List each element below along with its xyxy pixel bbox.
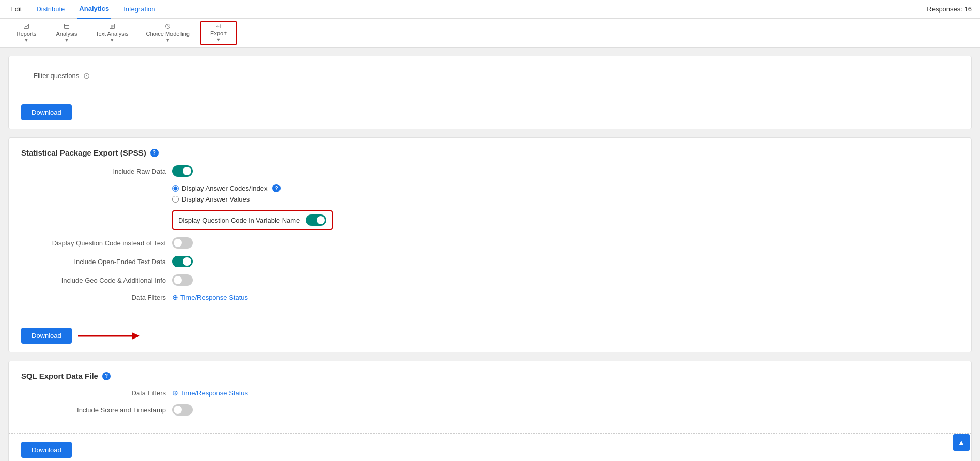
display-question-code-text-row: Display Question Code instead of Text — [21, 237, 959, 249]
include-geo-code-label: Include Geo Code & Additional Info — [21, 276, 166, 284]
include-open-ended-row: Include Open-Ended Text Data — [21, 256, 959, 267]
spss-data-filters-row: Data Filters ⊕ Time/Response Status — [21, 293, 959, 301]
red-arrow — [78, 332, 140, 340]
toolbar-choice-modelling[interactable]: Choice Modelling ▼ — [139, 21, 196, 45]
answer-codes-help-icon[interactable]: ? — [272, 184, 281, 192]
display-question-code-var-toggle[interactable] — [306, 214, 326, 226]
filter-bar: Filter questions ⊙ — [21, 67, 959, 85]
sql-footer: Download — [9, 433, 971, 461]
export-icon — [213, 24, 224, 29]
display-question-code-text-label: Display Question Code instead of Text — [21, 239, 166, 247]
analysis-icon — [61, 23, 72, 29]
scroll-to-top-button[interactable]: ▲ — [953, 434, 970, 451]
sql-help-icon[interactable]: ? — [102, 372, 111, 380]
display-answer-radio-group: Display Answer Codes/Index ? Display Ans… — [172, 184, 281, 203]
top-download-button[interactable]: Download — [21, 104, 72, 120]
filter-questions-label: Filter questions — [34, 72, 79, 80]
spss-filter-plus-icon: ⊕ — [172, 293, 178, 301]
top-nav-left: Edit Distribute Analytics Integration — [8, 0, 158, 19]
reports-icon — [21, 23, 32, 29]
sql-data-filters-row: Data Filters ⊕ Time/Response Status — [21, 389, 959, 397]
display-question-code-text-toggle[interactable] — [172, 237, 193, 249]
spss-download-button[interactable]: Download — [21, 328, 72, 344]
include-geo-code-toggle[interactable] — [172, 274, 193, 286]
toolbar: Reports ▼ Analysis ▼ Text Analysis ▼ Cho… — [0, 19, 980, 48]
include-open-ended-label: Include Open-Ended Text Data — [21, 258, 166, 266]
scroll-up-icon: ▲ — [958, 438, 965, 447]
include-score-timestamp-label: Include Score and Timestamp — [21, 406, 166, 414]
top-nav: Edit Distribute Analytics Integration Re… — [0, 0, 980, 19]
sql-filter-plus-icon: ⊕ — [172, 389, 178, 397]
include-geo-code-row: Include Geo Code & Additional Info — [21, 274, 959, 286]
spss-card: Statistical Package Export (SPSS) ? Incl… — [8, 137, 972, 352]
radio-answer-codes[interactable]: Display Answer Codes/Index ? — [172, 184, 281, 192]
spss-data-filters-label: Data Filters — [21, 294, 166, 301]
text-analysis-icon — [107, 23, 117, 29]
reports-dropdown-arrow[interactable]: ▼ — [24, 38, 29, 43]
filter-questions-icon: ⊙ — [83, 71, 90, 81]
radio-answer-values[interactable]: Display Answer Values — [172, 195, 281, 203]
sql-data-filters-label: Data Filters — [21, 389, 166, 397]
toolbar-text-analysis[interactable]: Text Analysis ▼ — [89, 21, 135, 45]
top-download-footer: Download — [9, 96, 971, 129]
export-dropdown-arrow[interactable]: ▼ — [216, 37, 221, 42]
sql-card: SQL Export Data File ? Data Filters ⊕ Ti… — [8, 361, 972, 461]
include-raw-data-label: Include Raw Data — [21, 167, 166, 175]
nav-integration[interactable]: Integration — [121, 0, 157, 19]
toolbar-reports[interactable]: Reports ▼ — [8, 21, 44, 45]
include-raw-data-row: Include Raw Data — [21, 165, 959, 177]
spss-body: Statistical Package Export (SPSS) ? Incl… — [9, 138, 971, 319]
sql-download-button[interactable]: Download — [21, 442, 72, 458]
responses-count: Responses: 16 — [927, 5, 972, 13]
sql-time-response-link[interactable]: ⊕ Time/Response Status — [172, 389, 248, 397]
toolbar-analysis[interactable]: Analysis ▼ — [49, 21, 85, 45]
display-question-code-var-label: Display Question Code in Variable Name — [178, 217, 300, 224]
top-download-card: Filter questions ⊙ Download — [8, 56, 972, 129]
main-content: Filter questions ⊙ Download Statistical … — [0, 48, 980, 461]
include-open-ended-toggle[interactable] — [172, 256, 193, 267]
sql-title: SQL Export Data File ? — [21, 372, 959, 380]
analysis-dropdown-arrow[interactable]: ▼ — [65, 38, 69, 43]
display-question-code-var-row: Display Question Code in Variable Name — [21, 210, 959, 230]
display-answer-row: Display Answer Codes/Index ? Display Ans… — [21, 184, 959, 203]
spss-title: Statistical Package Export (SPSS) ? — [21, 148, 959, 157]
display-question-code-var-highlighted: Display Question Code in Variable Name — [172, 210, 333, 230]
svg-rect-0 — [24, 24, 29, 28]
text-analysis-dropdown-arrow[interactable]: ▼ — [110, 38, 114, 43]
sql-body: SQL Export Data File ? Data Filters ⊕ Ti… — [9, 361, 971, 433]
choice-modelling-icon — [163, 23, 173, 29]
include-score-timestamp-toggle[interactable] — [172, 404, 193, 416]
include-raw-data-toggle[interactable] — [172, 165, 193, 177]
include-score-timestamp-row: Include Score and Timestamp — [21, 404, 959, 416]
spss-footer: Download — [9, 319, 971, 352]
spss-time-response-link[interactable]: ⊕ Time/Response Status — [172, 293, 248, 301]
spss-help-icon[interactable]: ? — [150, 149, 159, 157]
svg-rect-1 — [65, 24, 69, 28]
nav-distribute[interactable]: Distribute — [34, 0, 67, 19]
toolbar-export[interactable]: Export ▼ — [200, 21, 237, 45]
choice-modelling-dropdown-arrow[interactable]: ▼ — [165, 38, 170, 43]
red-arrow-annotation — [78, 332, 140, 340]
nav-analytics[interactable]: Analytics — [77, 0, 111, 19]
nav-edit[interactable]: Edit — [8, 0, 24, 19]
top-download-body: Filter questions ⊙ — [9, 56, 971, 96]
